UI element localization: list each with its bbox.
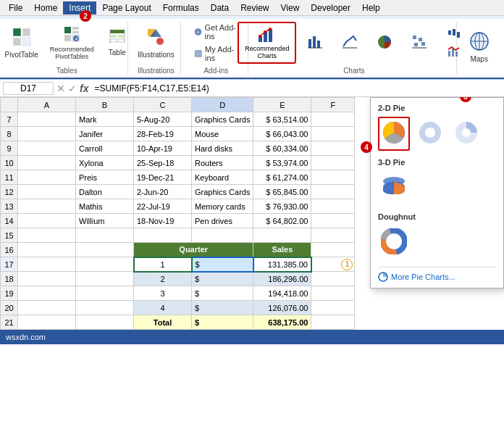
scatter-chart-button[interactable] [403,30,435,56]
cell-b18[interactable] [76,272,134,286]
cell-e8[interactable]: $ 66,043.00 [253,127,311,141]
cell-b8[interactable]: Janifer [76,127,134,141]
cell-b19[interactable] [76,286,134,301]
cell-b11[interactable]: Preis [76,170,134,185]
cell-f17[interactable]: 1 [311,257,355,272]
cell-a13[interactable] [18,199,76,214]
menu-review[interactable]: Review [235,1,274,14]
cell-c8[interactable]: 28-Feb-19 [134,127,192,141]
menu-developer[interactable]: Developer [305,1,356,14]
fx-confirm-icon[interactable]: ✓ [68,83,77,94]
cell-a16[interactable] [18,243,76,257]
recommended-pivot-button[interactable]: ✓ RecommendedPivotTables [46,23,98,63]
cell-a9[interactable] [18,141,76,156]
2d-pie-option-1[interactable] [378,117,410,151]
cell-c9[interactable]: 10-Apr-19 [134,141,192,156]
cell-d12[interactable]: Graphics Cards [192,185,253,199]
maps-button[interactable]: Maps [463,28,495,66]
cell-f11[interactable] [311,170,355,185]
cell-c12[interactable]: 2-Jun-20 [134,185,192,199]
cell-a11[interactable] [18,170,76,185]
cell-a15[interactable] [18,228,76,243]
cell-a8[interactable] [18,127,76,141]
cell-d19[interactable]: $ [192,286,253,301]
cell-a20[interactable] [18,301,76,315]
cell-f10[interactable] [311,156,355,170]
cell-c17[interactable]: 1 [134,257,192,272]
menu-file[interactable]: File [3,1,28,14]
illustrations-button[interactable]: Illustrations [133,24,179,62]
cell-c15[interactable] [134,228,192,243]
cell-e10[interactable]: $ 53,974.00 [253,156,311,170]
cell-e15[interactable] [253,228,311,243]
cell-d18[interactable]: $ [192,272,253,286]
2d-pie-option-2[interactable] [414,117,446,151]
menu-formulas[interactable]: Formulas [157,1,205,14]
cell-b14[interactable]: Willium [76,214,134,228]
cell-d17[interactable]: $ [192,257,253,272]
cell-f21[interactable] [311,315,355,330]
cell-a17[interactable] [18,257,76,272]
cell-f18[interactable] [311,272,355,286]
cell-d13[interactable]: Memory cards [192,199,253,214]
pivot-table-button[interactable]: PivotTable [1,24,43,62]
cell-e12[interactable]: $ 65,845.00 [253,185,311,199]
cell-f9[interactable] [311,141,355,156]
cell-a21[interactable] [18,315,76,330]
cell-d7[interactable]: Graphics Cards [192,112,253,127]
cell-d9[interactable]: Hard disks [192,141,253,156]
2d-pie-option-3[interactable] [450,117,482,151]
cell-d10[interactable]: Routers [192,156,253,170]
cell-b9[interactable]: Carroll [76,141,134,156]
cell-d15[interactable] [192,228,253,243]
cell-b10[interactable]: Xylona [76,156,134,170]
cell-c14[interactable]: 18-Nov-19 [134,214,192,228]
cell-f16[interactable] [311,243,355,257]
cell-a12[interactable] [18,185,76,199]
cell-f12[interactable] [311,185,355,199]
doughnut-option-1[interactable] [378,225,410,259]
recommended-charts-button[interactable]: RecommendedCharts [238,22,296,64]
cell-c10[interactable]: 25-Sep-18 [134,156,192,170]
cell-f19[interactable] [311,286,355,301]
cell-f20[interactable] [311,301,355,315]
fx-cancel-icon[interactable]: ✕ [56,83,65,94]
3d-pie-option-1[interactable] [378,171,410,205]
cell-e7[interactable]: $ 63,514.00 [253,112,311,127]
cell-b20[interactable] [76,301,134,315]
cell-e20[interactable]: 126,076.00 [253,301,311,315]
cell-b16[interactable] [76,243,134,257]
pie-chart-button[interactable] [369,30,400,56]
cell-d14[interactable]: Pen drives [192,214,253,228]
formula-input[interactable] [91,83,501,94]
cell-a10[interactable] [18,156,76,170]
menu-data[interactable]: Data [205,1,235,14]
cell-e18[interactable]: 186,296.00 [253,272,311,286]
cell-c20[interactable]: 4 [134,301,192,315]
cell-c18[interactable]: 2 [134,272,192,286]
cell-b21[interactable] [76,315,134,330]
my-addins-button[interactable]: ↓ My Add-ins [190,43,242,64]
cell-c11[interactable]: 19-Dec-21 [134,170,192,185]
cell-e14[interactable]: $ 64,802.00 [253,214,311,228]
cell-e9[interactable]: $ 60,334.00 [253,141,311,156]
cell-a7[interactable] [18,112,76,127]
line-chart-button[interactable] [334,30,366,56]
get-addins-button[interactable]: + Get Add-ins [190,22,242,42]
cell-e17[interactable]: 131,385.00 [253,257,311,272]
cell-e19[interactable]: 194,418.00 [253,286,311,301]
cell-f13[interactable] [311,199,355,214]
cell-b17[interactable] [76,257,134,272]
cell-e21[interactable]: 638,175.00 [253,315,311,330]
cell-b13[interactable]: Mathis [76,199,134,214]
menu-help[interactable]: Help [356,1,386,14]
cell-d20[interactable]: $ [192,301,253,315]
cell-e11[interactable]: $ 61,274.00 [253,170,311,185]
menu-view[interactable]: View [275,1,306,14]
cell-f7[interactable] [311,112,355,127]
cell-d21[interactable]: $ [192,315,253,330]
cell-a19[interactable] [18,286,76,301]
cell-c13[interactable]: 22-Jul-19 [134,199,192,214]
cell-d8[interactable]: Mouse [192,127,253,141]
more-pie-charts-link[interactable]: More Pie Charts... [378,272,496,282]
